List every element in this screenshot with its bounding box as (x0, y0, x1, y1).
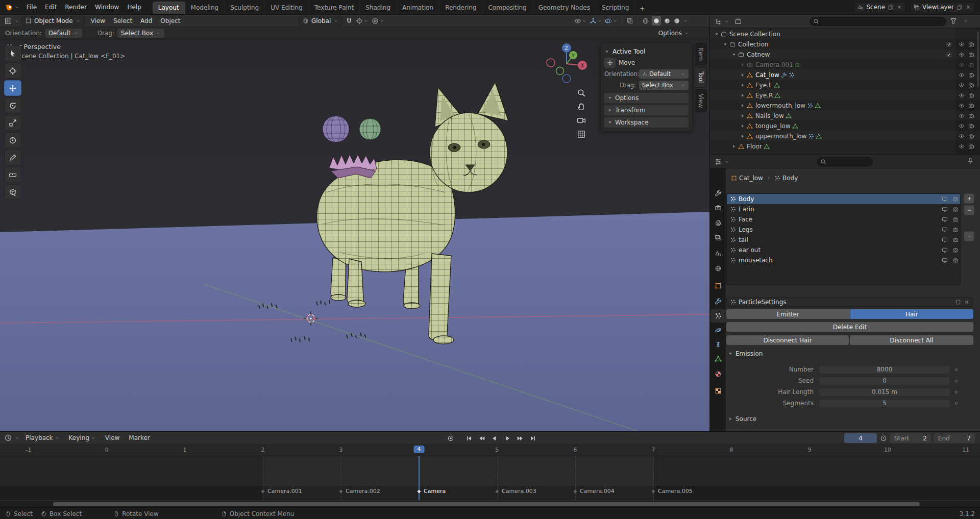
properties-tab-object-data[interactable] (710, 352, 726, 365)
render-visibility-icon[interactable] (968, 123, 974, 129)
properties-tab-particles[interactable] (710, 309, 726, 323)
properties-tab-texture[interactable] (710, 384, 726, 398)
outliner-scrollbar[interactable] (977, 31, 979, 87)
checkbox-icon[interactable] (946, 52, 952, 58)
workspace-tab-layout[interactable]: Layout (153, 2, 185, 14)
particle-system-ear-out[interactable]: ear out (727, 245, 960, 255)
disclosure-right-icon[interactable] (740, 62, 745, 67)
render-visibility-icon[interactable] (968, 113, 974, 119)
viewport-menu-view[interactable]: View (87, 16, 109, 26)
editor-type-icon[interactable] (714, 17, 722, 26)
tool-rotate-button[interactable] (4, 97, 21, 113)
active-tool-panel-header[interactable]: Active Tool (604, 46, 689, 57)
subpanel-workspace[interactable]: Workspace (604, 117, 689, 128)
eye-icon[interactable] (959, 143, 965, 150)
add-particle-system-button[interactable] (964, 193, 974, 204)
properties-tab-render[interactable] (710, 201, 726, 214)
options-dropdown[interactable]: Options (658, 30, 704, 37)
unlink-icon[interactable] (964, 299, 970, 305)
properties-tab-modifiers[interactable] (710, 294, 726, 308)
timeline-marker-camera[interactable]: Camera (416, 488, 446, 495)
next-keyframe-button[interactable] (514, 433, 526, 443)
specials-menu-button[interactable] (964, 231, 974, 241)
outliner-row-scene-collection[interactable]: Scene Collection (710, 29, 980, 39)
outliner-row-floor[interactable]: Floor (710, 141, 980, 152)
object-visibility-dropdown[interactable] (574, 17, 587, 24)
disclosure-right-icon[interactable] (740, 123, 745, 129)
properties-tab-object[interactable] (710, 279, 726, 292)
type-option-hair[interactable]: Hair (850, 309, 974, 319)
viewport-visibility-icon[interactable] (942, 257, 948, 263)
breadcrumb-item-cat-low[interactable]: Cat_low (731, 175, 763, 182)
duplicate-icon[interactable] (957, 4, 963, 10)
play-button[interactable] (502, 433, 513, 443)
eye-icon[interactable] (959, 113, 965, 119)
navigation-gizmo[interactable]: Z X Y (544, 41, 589, 86)
render-visibility-icon[interactable] (968, 92, 974, 98)
current-frame-badge[interactable]: 4 (414, 446, 425, 453)
particle-system-face[interactable]: Face (727, 214, 960, 225)
topbar-menu-help[interactable]: Help (123, 2, 145, 12)
eye-icon[interactable] (959, 72, 965, 78)
shading-rendered-icon[interactable] (673, 17, 680, 24)
animate-dot[interactable] (955, 380, 958, 382)
xray-icon[interactable] (626, 17, 633, 24)
emission-panel-header[interactable]: Emission (728, 350, 763, 357)
viewport-canvas[interactable]: User Perspective (4) Scene Collection | … (0, 39, 709, 431)
disclosure-right-icon[interactable] (740, 93, 745, 98)
shading-wireframe-icon[interactable] (642, 17, 649, 24)
particle-system-legs[interactable]: Legs (727, 225, 960, 235)
sidebar-orientation-dropdown[interactable]: Default (639, 69, 689, 79)
viewport-visibility-icon[interactable] (942, 227, 948, 233)
render-visibility-icon[interactable] (952, 237, 959, 243)
topbar-menu-render[interactable]: Render (61, 2, 91, 12)
render-visibility-icon[interactable] (968, 62, 974, 68)
filter-icon[interactable] (950, 17, 957, 24)
field-hair-length[interactable]: 0.015 m (819, 388, 950, 397)
outliner-row-nails-low[interactable]: Nails_low (710, 111, 980, 121)
particle-settings-datablock[interactable]: ParticleSettings (726, 297, 973, 307)
disclosure-down-icon[interactable] (714, 32, 719, 37)
scene-selector[interactable]: Scene (854, 2, 906, 12)
disclosure-right-icon[interactable] (740, 113, 745, 118)
drag-dropdown[interactable]: Select Box (117, 29, 164, 38)
workspace-tab-shading[interactable]: Shading (360, 2, 397, 14)
eye-icon[interactable] (959, 123, 965, 129)
editor-type-icon[interactable] (4, 434, 12, 442)
workspace-tab-geometry-nodes[interactable]: Geometry Nodes (533, 2, 596, 14)
workspace-tab-sculpting[interactable]: Sculpting (225, 2, 265, 14)
perspective-toggle-icon[interactable] (577, 130, 586, 139)
eye-icon[interactable] (959, 52, 965, 58)
topbar-menu-edit[interactable]: Edit (41, 2, 61, 12)
shading-solid-button[interactable] (652, 16, 661, 26)
timeline-marker-camera-002[interactable]: Camera.002 (338, 488, 380, 495)
uv-sphere-green[interactable] (359, 118, 381, 140)
tool-scale-button[interactable] (4, 115, 21, 131)
particle-system-mousetach[interactable]: mousetach (727, 255, 960, 265)
snap-dropdown[interactable] (356, 17, 369, 24)
outliner-row-lowermouth-low[interactable]: lowermouth_low (710, 101, 980, 111)
timeline-menu-marker[interactable]: Marker (125, 433, 154, 443)
viewport-menu-add[interactable]: Add (136, 16, 156, 26)
disclosure-right-icon[interactable] (731, 144, 737, 149)
particle-system-tail[interactable]: tail (727, 235, 960, 245)
tool-add-cube-button[interactable] (4, 184, 21, 200)
properties-tab-world[interactable] (710, 262, 726, 275)
pan-hand-icon[interactable] (577, 102, 586, 111)
timeline-menu-playback[interactable]: Playback (21, 433, 64, 443)
disconnect-all-button[interactable]: Disconnect All (850, 335, 973, 345)
render-visibility-icon[interactable] (968, 41, 974, 47)
current-frame-field[interactable]: 4 (844, 433, 877, 443)
app-menu-button[interactable] (0, 3, 22, 11)
timeline-marker-camera-005[interactable]: Camera.005 (651, 488, 693, 495)
uv-sphere-purple[interactable] (323, 116, 349, 142)
breadcrumb-item-body[interactable]: Body (774, 175, 798, 182)
workspace-tab-uv-editing[interactable]: UV Editing (265, 2, 309, 14)
disclosure-right-icon[interactable] (740, 83, 745, 88)
show-overlays-toggle[interactable] (605, 17, 618, 24)
tool-measure-button[interactable] (4, 167, 21, 183)
timeline-tracks[interactable]: Camera.001Camera.002CameraCamera.003Came… (0, 456, 980, 500)
delete-edit-button[interactable]: Delete Edit (726, 322, 973, 332)
disclosure-down-icon[interactable] (731, 52, 737, 57)
workspace-tab-texture-paint[interactable]: Texture Paint (309, 2, 360, 14)
